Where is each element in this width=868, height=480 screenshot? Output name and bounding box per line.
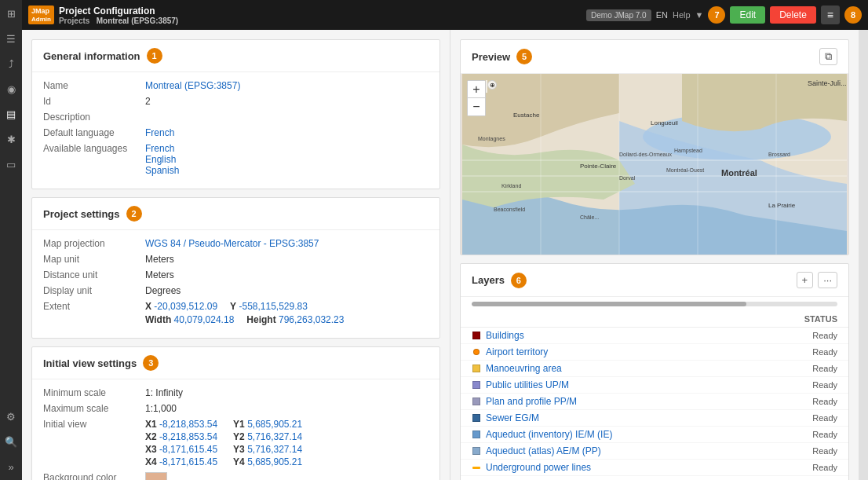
svg-text:Brossard: Brossard xyxy=(768,152,790,157)
map-geoloc-button[interactable]: ⊕ xyxy=(487,80,497,90)
layer-name-label[interactable]: Sewer EG/M xyxy=(486,412,782,423)
svg-text:Dorval: Dorval xyxy=(619,175,636,181)
zoom-out-button[interactable]: − xyxy=(468,98,485,115)
field-max-scale: Maximum scale 1:1,000 xyxy=(43,403,429,414)
preview-open-button[interactable]: ⧉ xyxy=(819,48,837,65)
initial-view-badge: 3 xyxy=(143,355,159,371)
field-id: Id 2 xyxy=(43,96,429,107)
preview-title: Preview xyxy=(472,51,510,63)
logo-box: JMapAdmin xyxy=(28,5,54,24)
layers-title: Layers xyxy=(472,274,505,286)
general-info-section: General information 1 Name Montreal (EPS… xyxy=(31,39,440,189)
sidebar-icon-globe[interactable]: ◉ xyxy=(4,82,18,96)
layer-name-label[interactable]: Plan and profile PP/M xyxy=(486,396,782,407)
layer-name-label[interactable]: Aqueduct (inventory) IE/M (IE) xyxy=(486,429,782,440)
help-link[interactable]: Help xyxy=(673,10,691,20)
layer-row: Aqueduct (atlas) AE/M (PP)Ready xyxy=(461,443,848,460)
app-title: Project Configuration Projects Montreal … xyxy=(59,5,178,25)
bg-color-swatch[interactable] xyxy=(145,472,167,480)
general-info-body: Name Montreal (EPSG:3857) Id 2 Descripti… xyxy=(32,72,439,189)
menu-button[interactable]: ≡ xyxy=(821,5,840,24)
field-min-scale: Minimum scale 1: Infinity xyxy=(43,387,429,398)
top-bar-right: Demo JMap 7.0 EN Help ▼ 7 Edit Delete ≡ … xyxy=(586,5,862,24)
layer-icon xyxy=(472,463,481,472)
svg-text:La Prairie: La Prairie xyxy=(768,202,796,209)
map-svg: Sainte-Juli... Eustache Montagnes Montré… xyxy=(461,74,848,255)
badge-7: 7 xyxy=(708,6,725,24)
general-info-badge: 1 xyxy=(147,48,162,64)
initial-view-body: Minimum scale 1: Infinity Maximum scale … xyxy=(32,379,439,480)
field-default-lang: Default language French xyxy=(43,127,429,138)
add-layer-button[interactable]: + xyxy=(797,272,814,288)
sidebar-icon-layers[interactable]: ▤ xyxy=(4,107,18,121)
sidebar-icon-expand[interactable]: » xyxy=(4,460,18,474)
edit-button[interactable]: Edit xyxy=(730,6,765,24)
layer-row: Public utilities UP/MReady xyxy=(461,377,848,394)
project-title: Project Configuration xyxy=(59,5,178,16)
layer-icon xyxy=(472,397,481,406)
layer-name-label[interactable]: Public utilities UP/M xyxy=(486,379,782,390)
layer-row: Manoeuvring areaReady xyxy=(461,361,848,377)
layer-row: BuildingsReady xyxy=(461,328,848,344)
field-distance-unit: Distance unit Meters xyxy=(43,269,429,280)
sidebar-icon-list[interactable]: ☰ xyxy=(4,31,18,46)
scrollbar[interactable] xyxy=(859,30,868,480)
svg-text:Châle...: Châle... xyxy=(580,214,599,220)
sidebar-icon-wrench[interactable]: ✱ xyxy=(4,132,18,146)
sidebar-icon-search[interactable]: 🔍 xyxy=(4,434,18,449)
top-bar: JMapAdmin Project Configuration Projects… xyxy=(22,0,868,30)
zoom-in-button[interactable]: + xyxy=(468,81,485,98)
lang-button[interactable]: EN xyxy=(656,10,668,20)
layer-name-label[interactable]: Buildings xyxy=(486,330,782,341)
progress-bar xyxy=(472,302,837,306)
initial-view-header: Initial view settings 3 xyxy=(32,347,439,379)
progress-fill xyxy=(472,302,746,306)
layer-status-label: Ready xyxy=(782,413,837,423)
layer-icon xyxy=(472,430,481,439)
layer-row: Track lightsReady xyxy=(461,476,848,480)
layer-icon xyxy=(472,380,481,390)
general-info-header: General information 1 xyxy=(32,40,439,72)
preview-map: Sainte-Juli... Eustache Montagnes Montré… xyxy=(461,74,848,255)
sidebar-icon-settings[interactable]: ⚙ xyxy=(4,409,18,423)
layer-icon xyxy=(472,413,481,423)
right-panel: Preview 5 ⧉ xyxy=(450,30,859,480)
sidebar-icon-share[interactable]: ⤴ xyxy=(4,57,18,71)
layers-list: BuildingsReadyAirport territoryReadyMano… xyxy=(461,328,848,480)
layers-header: Layers 6 + ··· xyxy=(461,264,848,297)
field-name: Name Montreal (EPSG:3857) xyxy=(43,80,429,91)
project-settings-badge: 2 xyxy=(126,206,142,222)
delete-button[interactable]: Delete xyxy=(770,6,816,24)
svg-text:Eustache: Eustache xyxy=(513,112,540,119)
field-display-unit: Display unit Degrees xyxy=(43,285,429,296)
left-panel: General information 1 Name Montreal (EPS… xyxy=(22,30,450,480)
layers-section: Layers 6 + ··· STAT xyxy=(460,263,849,480)
sidebar-icon-grid[interactable]: ⊞ xyxy=(4,6,18,20)
layer-status-label: Ready xyxy=(782,446,837,456)
layers-badge: 6 xyxy=(511,273,527,288)
sidebar-icon-monitor[interactable]: ▭ xyxy=(4,157,18,171)
sidebar: ⊞ ☰ ⤴ ◉ ▤ ✱ ▭ ⚙ 🔍 » xyxy=(0,0,22,480)
svg-text:Pointe-Claire: Pointe-Claire xyxy=(580,163,617,170)
layer-name-label[interactable]: Underground power lines xyxy=(486,462,782,473)
layer-options-button[interactable]: ··· xyxy=(818,272,837,288)
layer-status-label: Ready xyxy=(782,380,837,390)
preview-section: Preview 5 ⧉ xyxy=(460,39,849,255)
svg-text:Montagnes: Montagnes xyxy=(478,136,505,142)
svg-text:Dollard-des-Ormeaux: Dollard-des-Ormeaux xyxy=(619,152,672,157)
svg-text:Beaconsfield: Beaconsfield xyxy=(494,207,525,212)
breadcrumb: Projects Montreal (EPSG:3857) xyxy=(59,16,178,25)
project-settings-section: Project settings 2 Map projection WGS 84… xyxy=(31,197,440,339)
field-bg-color: Background color xyxy=(43,472,429,480)
preview-badge: 5 xyxy=(516,49,532,64)
layer-name-label[interactable]: Manoeuvring area xyxy=(486,363,782,374)
layers-progress xyxy=(461,297,848,311)
layer-name-label[interactable]: Aqueduct (atlas) AE/M (PP) xyxy=(486,445,782,456)
layer-status-label: Ready xyxy=(782,430,837,439)
svg-text:Montréal: Montréal xyxy=(721,168,757,178)
svg-text:Hampstead: Hampstead xyxy=(674,148,702,154)
field-available-langs: Available languages FrenchEnglishSpanish xyxy=(43,143,429,176)
layer-icon xyxy=(472,446,481,456)
main-content: General information 1 Name Montreal (EPS… xyxy=(22,30,868,480)
layer-name-label[interactable]: Airport territory xyxy=(486,346,782,357)
